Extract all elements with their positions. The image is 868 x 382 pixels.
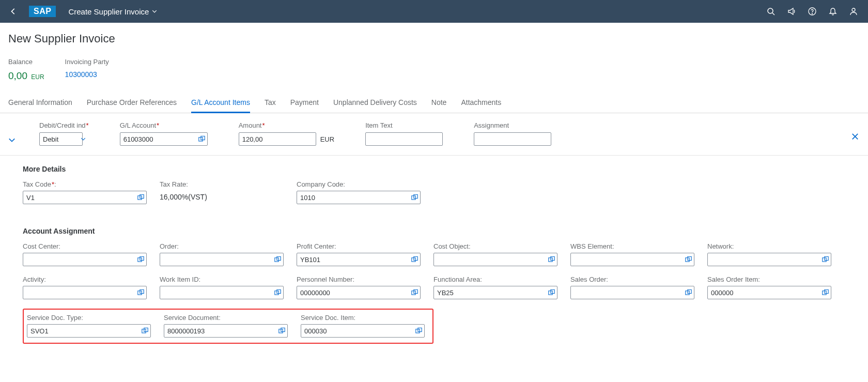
value-help-button[interactable] (548, 289, 555, 296)
work-item-input[interactable] (160, 286, 284, 299)
value-help-icon (142, 328, 148, 334)
value-help-button[interactable] (274, 256, 281, 263)
value-help-button[interactable] (411, 256, 418, 263)
network-label: Network: (707, 242, 836, 250)
service-doc-item-input[interactable] (301, 324, 425, 338)
network-input[interactable] (707, 253, 831, 266)
more-details-title: More Details (23, 165, 845, 173)
expand-row-button[interactable] (8, 136, 16, 144)
value-help-button[interactable] (415, 328, 422, 334)
value-help-icon (411, 194, 418, 201)
amount-label: Amount* (239, 121, 334, 129)
debit-credit-label: Debit/Credit ind* (39, 121, 89, 129)
item-text-input[interactable] (365, 132, 443, 146)
personnel-number-input[interactable] (297, 286, 421, 299)
order-label: Order: (160, 242, 288, 250)
tax-rate-value: 16,000%(VST) (160, 191, 288, 201)
value-help-button[interactable] (278, 328, 285, 334)
close-icon (851, 133, 859, 140)
tab-payment[interactable]: Payment (290, 98, 319, 113)
company-code-input[interactable] (297, 191, 421, 204)
service-doc-type-label: Service Doc. Type: (27, 314, 156, 322)
cost-center-input[interactable] (23, 253, 147, 266)
value-help-button[interactable] (411, 194, 418, 201)
value-help-icon (822, 256, 829, 263)
tab-po-references[interactable]: Purchase Order References (87, 98, 177, 113)
cost-object-label: Cost Object: (433, 242, 562, 250)
user-button[interactable] (844, 2, 863, 21)
value-help-button[interactable] (548, 256, 555, 263)
order-input[interactable] (160, 253, 284, 266)
value-help-icon (274, 289, 281, 296)
sales-order-item-input[interactable] (707, 286, 831, 299)
balance-value: 0,00 EUR (8, 70, 44, 82)
help-button[interactable] (803, 2, 822, 21)
megaphone-icon (787, 7, 796, 16)
debit-credit-select[interactable]: Debit (39, 132, 83, 146)
app-title-text: Create Supplier Invoice (68, 7, 149, 16)
cost-object-input[interactable] (433, 253, 557, 266)
activity-label: Activity: (23, 276, 151, 283)
value-help-icon (137, 256, 144, 263)
service-doc-type-input[interactable] (27, 324, 151, 338)
tab-gl-account-items[interactable]: G/L Account Items (191, 98, 250, 113)
delete-row-button[interactable] (851, 133, 859, 140)
tab-tax[interactable]: Tax (265, 98, 276, 113)
tab-unplanned-delivery-costs[interactable]: Unplanned Delivery Costs (333, 98, 417, 113)
svg-point-3 (852, 8, 855, 11)
sales-order-input[interactable] (570, 286, 694, 299)
cost-center-label: Cost Center: (23, 242, 151, 250)
amount-input[interactable] (239, 132, 316, 146)
wbs-element-label: WBS Element: (570, 242, 699, 250)
person-icon (849, 7, 858, 16)
value-help-button[interactable] (411, 289, 418, 296)
profit-center-input[interactable] (297, 253, 421, 266)
sales-order-label: Sales Order: (570, 276, 699, 283)
value-help-icon (548, 256, 555, 263)
service-document-input[interactable] (164, 324, 288, 338)
page-header: New Supplier Invoice Balance 0,00 EUR In… (0, 23, 868, 85)
sap-logo: SAP (26, 6, 59, 17)
value-help-button[interactable] (137, 194, 144, 201)
value-help-icon (415, 328, 422, 334)
profit-center-label: Profit Center: (297, 242, 425, 250)
app-title-dropdown[interactable]: Create Supplier Invoice (63, 7, 162, 16)
search-button[interactable] (762, 2, 780, 21)
value-help-button[interactable] (822, 289, 829, 296)
value-help-icon (822, 289, 829, 296)
invoicing-party-fact: Invoicing Party 10300003 (65, 58, 109, 82)
notifications-button[interactable] (824, 2, 842, 21)
page-title: New Supplier Invoice (8, 32, 860, 45)
value-help-button[interactable] (137, 289, 144, 296)
functional-area-input[interactable] (433, 286, 557, 299)
activity-input[interactable] (23, 286, 147, 299)
value-help-button[interactable] (142, 328, 148, 334)
gl-line-item-row: Debit/Credit ind* Debit G/L Account* Amo… (0, 113, 868, 156)
assignment-input[interactable] (474, 132, 551, 146)
functional-area-label: Functional Area: (433, 276, 562, 283)
help-icon (808, 7, 816, 16)
tab-attachments[interactable]: Attachments (461, 98, 501, 113)
value-help-button[interactable] (137, 256, 144, 263)
tab-note[interactable]: Note (431, 98, 447, 113)
gl-account-label: G/L Account* (120, 121, 208, 129)
value-help-button[interactable] (685, 256, 692, 263)
value-help-button[interactable] (198, 136, 205, 143)
back-button[interactable] (5, 3, 22, 20)
gl-account-input[interactable] (120, 132, 208, 146)
value-help-button[interactable] (822, 256, 829, 263)
value-help-icon (411, 289, 418, 296)
tab-general-information[interactable]: General Information (8, 98, 72, 113)
chevron-left-icon (10, 8, 17, 15)
service-fields-highlight: Service Doc. Type: Service Document: Ser… (23, 309, 433, 344)
value-help-icon (411, 256, 418, 263)
invoicing-party-link[interactable]: 10300003 (65, 70, 109, 79)
value-help-icon (685, 256, 692, 263)
chevron-down-icon (152, 9, 157, 14)
value-help-button[interactable] (685, 289, 692, 296)
wbs-element-input[interactable] (570, 253, 694, 266)
tax-code-input[interactable] (23, 191, 147, 204)
feedback-button[interactable] (782, 2, 801, 21)
value-help-button[interactable] (274, 289, 281, 296)
tax-code-label: Tax Code*: (23, 180, 151, 188)
